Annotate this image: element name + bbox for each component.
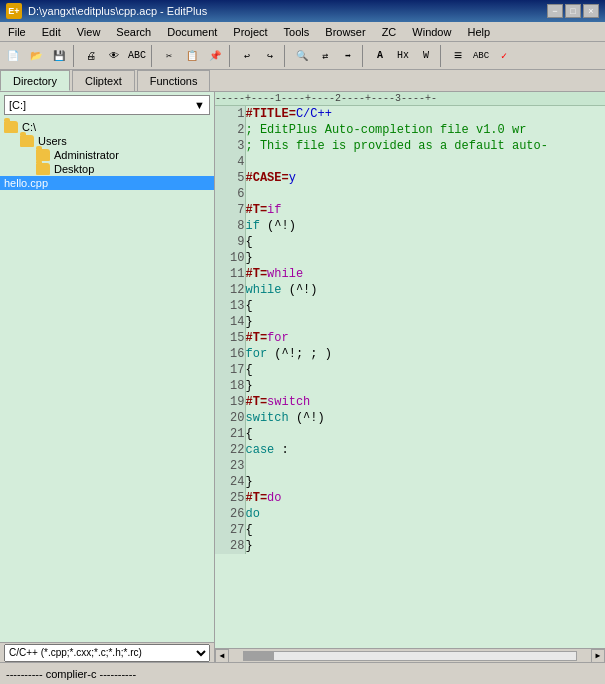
- line-number: 2: [215, 122, 245, 138]
- tab-functions[interactable]: Functions: [137, 70, 211, 91]
- table-row: 22case :: [215, 442, 605, 458]
- line-code[interactable]: }: [245, 538, 605, 554]
- line-code[interactable]: }: [245, 314, 605, 330]
- menu-project[interactable]: Project: [225, 22, 275, 41]
- app-icon: E+: [6, 3, 22, 19]
- tb-abc-button[interactable]: ABC: [470, 45, 492, 67]
- copy-button[interactable]: 📋: [181, 45, 203, 67]
- drive-dropdown-icon[interactable]: ▼: [194, 99, 205, 111]
- filetype-selector[interactable]: C/C++ (*.cpp;*.cxx;*.c;*.h;*.rc): [4, 644, 210, 662]
- line-code[interactable]: {: [245, 362, 605, 378]
- status-text: ---------- complier-c ----------: [6, 668, 136, 680]
- title-bar: E+ D:\yangxt\editplus\cpp.acp - EditPlus…: [0, 0, 605, 22]
- line-code[interactable]: #T=switch: [245, 394, 605, 410]
- line-code[interactable]: #T=if: [245, 202, 605, 218]
- line-code[interactable]: [245, 186, 605, 202]
- spell-button[interactable]: ABC: [126, 45, 148, 67]
- line-code[interactable]: do: [245, 506, 605, 522]
- table-row: 24}: [215, 474, 605, 490]
- toolbar: 📄 📂 💾 🖨 👁 ABC ✂ 📋 📌 ↩ ↪ 🔍 ⇄ ➡ A Hx W ≡ A…: [0, 42, 605, 70]
- word-wrap-button[interactable]: W: [415, 45, 437, 67]
- line-code[interactable]: [245, 154, 605, 170]
- toolbar-separator-3: [229, 45, 233, 67]
- line-number: 11: [215, 266, 245, 282]
- line-code[interactable]: }: [245, 378, 605, 394]
- close-button[interactable]: ×: [583, 4, 599, 18]
- line-code[interactable]: switch (^!): [245, 410, 605, 426]
- tree-item[interactable]: Administrator: [0, 148, 214, 162]
- menu-zc[interactable]: ZC: [374, 22, 405, 41]
- paste-button[interactable]: 📌: [204, 45, 226, 67]
- find-button[interactable]: 🔍: [291, 45, 313, 67]
- minimize-button[interactable]: −: [547, 4, 563, 18]
- scrollbar-thumb[interactable]: [244, 652, 274, 660]
- horizontal-scrollbar[interactable]: ◀ ▶: [215, 648, 605, 662]
- line-code[interactable]: #CASE=y: [245, 170, 605, 186]
- menu-view[interactable]: View: [69, 22, 109, 41]
- drive-selector[interactable]: [C:] ▼: [4, 95, 210, 115]
- toolbar-separator-1: [73, 45, 77, 67]
- findnext-button[interactable]: ➡: [337, 45, 359, 67]
- replace-button[interactable]: ⇄: [314, 45, 336, 67]
- undo-button[interactable]: ↩: [236, 45, 258, 67]
- tree-item[interactable]: hello.cpp: [0, 176, 214, 190]
- tree-item[interactable]: Users: [0, 134, 214, 148]
- menu-browser[interactable]: Browser: [317, 22, 373, 41]
- menu-help[interactable]: Help: [459, 22, 498, 41]
- line-number: 7: [215, 202, 245, 218]
- code-area[interactable]: 1#TITLE=C/C++2; EditPlus Auto-completion…: [215, 106, 605, 648]
- line-number: 9: [215, 234, 245, 250]
- font-size-button[interactable]: Hx: [392, 45, 414, 67]
- line-code[interactable]: #T=for: [245, 330, 605, 346]
- menu-edit[interactable]: Edit: [34, 22, 69, 41]
- tb-color-button[interactable]: ✓: [493, 45, 515, 67]
- tb-list-button[interactable]: ≡: [447, 45, 469, 67]
- cut-button[interactable]: ✂: [158, 45, 180, 67]
- line-code[interactable]: if (^!): [245, 218, 605, 234]
- table-row: 19#T=switch: [215, 394, 605, 410]
- table-row: 11#T=while: [215, 266, 605, 282]
- table-row: 17{: [215, 362, 605, 378]
- scroll-left-button[interactable]: ◀: [215, 649, 229, 663]
- line-code[interactable]: [245, 458, 605, 474]
- line-code[interactable]: case :: [245, 442, 605, 458]
- line-code[interactable]: ; This file is provided as a default aut…: [245, 138, 605, 154]
- menu-tools[interactable]: Tools: [276, 22, 318, 41]
- maximize-button[interactable]: □: [565, 4, 581, 18]
- font-bold-button[interactable]: A: [369, 45, 391, 67]
- line-code[interactable]: {: [245, 522, 605, 538]
- line-code[interactable]: #T=do: [245, 490, 605, 506]
- line-code[interactable]: }: [245, 250, 605, 266]
- folder-icon: [36, 163, 50, 175]
- scrollbar-track[interactable]: [243, 651, 577, 661]
- line-code[interactable]: ; EditPlus Auto-completion file v1.0 wr: [245, 122, 605, 138]
- scroll-right-button[interactable]: ▶: [591, 649, 605, 663]
- menu-file[interactable]: File: [0, 22, 34, 41]
- tab-cliptext[interactable]: Cliptext: [72, 70, 135, 91]
- line-code[interactable]: #T=while: [245, 266, 605, 282]
- line-code[interactable]: }: [245, 474, 605, 490]
- toolbar-separator-4: [284, 45, 288, 67]
- table-row: 5#CASE=y: [215, 170, 605, 186]
- print-button[interactable]: 🖨: [80, 45, 102, 67]
- preview-button[interactable]: 👁: [103, 45, 125, 67]
- menu-search[interactable]: Search: [108, 22, 159, 41]
- menu-window[interactable]: Window: [404, 22, 459, 41]
- line-code[interactable]: for (^!; ; ): [245, 346, 605, 362]
- line-number: 16: [215, 346, 245, 362]
- line-code[interactable]: {: [245, 426, 605, 442]
- tab-directory[interactable]: Directory: [0, 70, 70, 91]
- menu-document[interactable]: Document: [159, 22, 225, 41]
- open-button[interactable]: 📂: [25, 45, 47, 67]
- tree-item[interactable]: Desktop: [0, 162, 214, 176]
- line-number: 14: [215, 314, 245, 330]
- line-code[interactable]: {: [245, 234, 605, 250]
- line-code[interactable]: while (^!): [245, 282, 605, 298]
- table-row: 18}: [215, 378, 605, 394]
- save-button[interactable]: 💾: [48, 45, 70, 67]
- tree-item[interactable]: C:\: [0, 120, 214, 134]
- redo-button[interactable]: ↪: [259, 45, 281, 67]
- new-button[interactable]: 📄: [2, 45, 24, 67]
- line-code[interactable]: {: [245, 298, 605, 314]
- line-code[interactable]: #TITLE=C/C++: [245, 106, 605, 122]
